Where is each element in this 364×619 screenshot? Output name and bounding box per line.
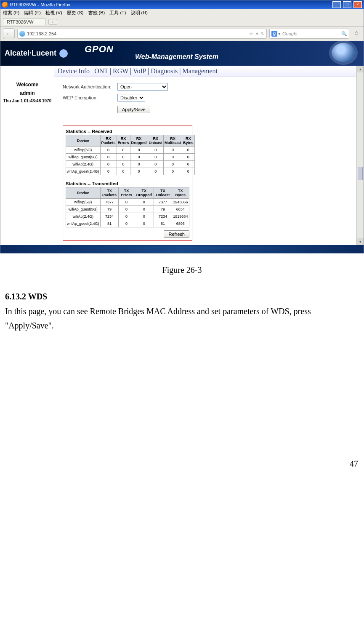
rx-title: Statistics -- Received xyxy=(66,129,189,134)
cell: 0 xyxy=(148,161,164,168)
cell: 0 xyxy=(164,161,182,168)
close-button[interactable]: × xyxy=(353,1,362,8)
new-tab-button[interactable]: + xyxy=(48,19,57,25)
search-sep: ▾ xyxy=(278,31,281,37)
scroll-up-icon[interactable]: ▴ xyxy=(357,66,364,72)
figure-caption: Figure 26-3 xyxy=(0,265,364,275)
timestamp: Thu Jan 1 01:43:48 1970 xyxy=(0,99,54,103)
cell: 1919684 xyxy=(172,213,189,220)
sidebar: Welcome admin Thu Jan 1 01:43:48 1970 xyxy=(0,66,54,245)
scroll-down-icon[interactable]: ▾ xyxy=(357,238,364,245)
welcome-label: Welcome xyxy=(0,82,54,88)
scroll-thumb[interactable] xyxy=(358,167,363,180)
cell: 0 xyxy=(134,199,154,206)
tx-title: Statistics -- Transmitted xyxy=(66,181,189,186)
cell-device: wifiAp_guest(2.4G) xyxy=(66,168,101,175)
stats-box: Statistics -- Received Device RX Packets… xyxy=(63,125,192,241)
google-icon: g xyxy=(271,31,277,37)
cell: 6896 xyxy=(172,220,189,227)
menu-history[interactable]: 歷史 (S) xyxy=(67,10,84,15)
minimize-button[interactable]: _ xyxy=(332,1,341,8)
tx-h-device: Device xyxy=(66,187,101,199)
crumb-diagnosis[interactable]: Diagnosis xyxy=(151,67,178,75)
auth-select[interactable]: Open xyxy=(117,83,168,91)
dropdown-icon[interactable]: ▾ xyxy=(256,31,258,37)
cell-device: wifiAp_guest(5G) xyxy=(66,206,101,213)
table-row: wifiAp(5G)000000 xyxy=(66,147,195,154)
user-label: admin xyxy=(0,90,54,96)
table-row: wifiAp(2.4G)000000 xyxy=(66,161,195,168)
menu-bookmarks[interactable]: 書籤 (B) xyxy=(88,10,105,15)
crumb-device-info[interactable]: Device Info xyxy=(58,67,90,75)
url-text: 192.168.2.254 xyxy=(27,31,56,36)
cell: 0 xyxy=(119,213,134,220)
rx-table: Device RX Packets RX Errors RX Dropped R… xyxy=(66,135,195,175)
section-heading: 6.13.2 WDS xyxy=(5,292,359,301)
home-button[interactable]: ⌂ xyxy=(352,29,361,38)
cell: 7377 xyxy=(100,199,119,206)
cell: 0 xyxy=(100,154,117,161)
crumb-rgw[interactable]: RGW xyxy=(113,67,128,75)
rx-h-errors: RX Errors xyxy=(117,135,130,147)
banner-title2: Web-Management System xyxy=(135,53,218,61)
cell: 0 xyxy=(130,161,148,168)
cell: 0 xyxy=(100,161,117,168)
cell: 81 xyxy=(100,220,119,227)
brand-text: Alcatel·Lucent xyxy=(5,49,56,57)
menu-tools[interactable]: 工具 (T) xyxy=(109,10,126,15)
menu-file[interactable]: 檔案 (F) xyxy=(3,10,19,15)
cell-device: wifiAp(5G) xyxy=(66,199,101,206)
rx-h-dropped: RX Dropped xyxy=(130,135,148,147)
cell: 0 xyxy=(117,154,130,161)
cell: 0 xyxy=(182,147,195,154)
cell: 0 xyxy=(148,147,164,154)
browser-tab[interactable]: RTF3026VW xyxy=(3,18,45,25)
breadcrumb: Device Info | ONT | RGW | VoIP | Diagnos… xyxy=(54,66,356,77)
tab-label: RTF3026VW xyxy=(7,19,33,24)
search-icon[interactable]: 🔍 xyxy=(341,31,347,37)
crumb-management[interactable]: Management xyxy=(182,67,218,75)
cell: 79 xyxy=(100,206,119,213)
search-input[interactable]: g ▾ Google 🔍 xyxy=(269,29,349,39)
cell: 0 xyxy=(134,213,154,220)
rx-h-multicast: RX Multicast xyxy=(164,135,182,147)
menu-help[interactable]: 說明 (H) xyxy=(131,10,148,15)
menu-view[interactable]: 檢視 (V) xyxy=(45,10,62,15)
cell: 0 xyxy=(119,199,134,206)
cell: 0 xyxy=(119,206,134,213)
cell: 79 xyxy=(154,206,172,213)
crumb-voip[interactable]: VoIP xyxy=(133,67,146,75)
cell: 0 xyxy=(134,220,154,227)
apply-save-button[interactable]: Apply/Save xyxy=(117,106,150,113)
cell: 0 xyxy=(182,161,195,168)
earth-icon xyxy=(332,43,355,62)
menu-edit[interactable]: 編輯 (E) xyxy=(24,10,41,15)
rx-h-unicast: RX Unicast xyxy=(148,135,164,147)
navbar: ← 192.168.2.254 ☆ ▾ ↻ g ▾ Google 🔍 ⌂ xyxy=(0,27,364,41)
auth-label: Network Authentication: xyxy=(63,84,117,89)
wep-select[interactable]: Disabled xyxy=(117,94,145,101)
cell-device: wifiAp(5G) xyxy=(66,147,101,154)
maximize-button[interactable]: □ xyxy=(343,1,351,8)
url-input[interactable]: 192.168.2.254 ☆ ▾ ↻ xyxy=(17,29,267,39)
scrollbar[interactable]: ▴ ▾ xyxy=(356,66,364,245)
star-icon[interactable]: ☆ xyxy=(249,31,253,37)
rx-h-device: Device xyxy=(66,135,101,147)
reload-icon[interactable]: ↻ xyxy=(261,31,265,37)
tx-h-packets: TX Packets xyxy=(100,187,119,199)
cell: 0 xyxy=(148,154,164,161)
back-button[interactable]: ← xyxy=(3,28,15,39)
cell: 0 xyxy=(148,168,164,175)
menubar: 檔案 (F) 編輯 (E) 檢視 (V) 歷史 (S) 書籤 (B) 工具 (T… xyxy=(0,9,364,17)
cell-device: wifiAp_guest(2.4G) xyxy=(66,220,101,227)
cell-device: wifiAp_guest(5G) xyxy=(66,154,101,161)
refresh-button[interactable]: Refresh xyxy=(164,230,189,238)
cell: 7234 xyxy=(100,213,119,220)
cell: 0 xyxy=(100,168,117,175)
browser-window: RTF3026VW - Mozilla Firefox _ □ × 檔案 (F)… xyxy=(0,0,364,253)
tabstrip: RTF3026VW + xyxy=(0,17,364,27)
crumb-ont[interactable]: ONT xyxy=(94,67,108,75)
cell: 0 xyxy=(117,168,130,175)
tx-h-unicast: TX Unicast xyxy=(154,187,172,199)
cell: 7377 xyxy=(154,199,172,206)
